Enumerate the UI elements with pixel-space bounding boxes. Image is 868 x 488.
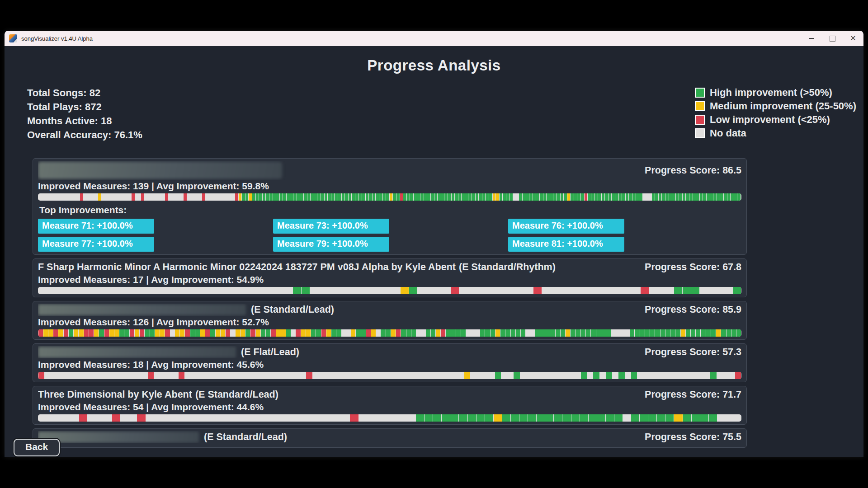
bar-segment-green (706, 329, 711, 337)
maximize-button[interactable] (822, 31, 843, 46)
bar-segment-yellow (155, 329, 160, 337)
bar-segment-gray (269, 372, 275, 379)
bar-segment-gray (185, 372, 191, 379)
bar-segment-gray (657, 287, 665, 294)
bar-segment-green (406, 193, 410, 201)
bar-segment-gray (135, 193, 138, 201)
bar-segment-gray (104, 193, 108, 201)
bar-segment-gray (637, 372, 643, 379)
bar-segment-gray (326, 287, 335, 294)
bar-segment-yellow (436, 329, 441, 337)
bar-segment-gray (170, 414, 178, 422)
bar-segment-green (591, 329, 596, 337)
bar-segment-gray (656, 372, 661, 379)
bar-segment-green (376, 193, 379, 201)
bar-segment-yellow (98, 193, 102, 201)
bar-segment-gray (359, 287, 368, 294)
bar-segment-gray (202, 287, 210, 294)
song-card: (E Flat/Lead) Progress Score: 57.3 Impro… (33, 343, 747, 382)
bar-segment-gray (245, 372, 251, 379)
bar-segment-green (372, 193, 376, 201)
bar-segment-green (336, 329, 341, 337)
minimize-button[interactable] (801, 31, 822, 46)
bar-segment-gray (383, 414, 391, 422)
bar-segment-gray (318, 287, 326, 294)
bar-segment-gray (599, 372, 605, 379)
bar-segment-gray (87, 372, 93, 379)
bar-segment-green (717, 193, 720, 201)
bar-segment-gray (71, 414, 79, 422)
bar-segment-gray (93, 372, 99, 379)
bar-segment-green (417, 193, 420, 201)
page-title: Progress Analysis (5, 57, 863, 74)
bar-segment-gray (69, 372, 75, 379)
bar-segment-green (279, 193, 283, 201)
bar-segment-gray (239, 372, 245, 379)
bar-segment-gray (342, 414, 350, 422)
bar-segment-red (296, 329, 301, 337)
bar-segment-gray (384, 287, 392, 294)
bar-segment-gray (288, 372, 294, 379)
bar-segment-green (737, 193, 741, 201)
bar-segment-green (276, 193, 280, 201)
bar-segment-yellow (160, 329, 165, 337)
bar-segment-yellow (391, 329, 396, 337)
progress-bar (38, 414, 741, 422)
bar-segment-gray (612, 372, 618, 379)
bar-segment-gray (471, 372, 476, 379)
bar-segment-green (297, 193, 300, 201)
bar-segment-gray (692, 372, 698, 379)
bar-segment-gray (562, 372, 568, 379)
bar-segment-green (356, 329, 361, 337)
bar-segment-gray (44, 193, 47, 201)
redacted-song-name (38, 347, 236, 358)
bar-segment-gray (458, 372, 464, 379)
bar-segment-gray (284, 287, 292, 294)
bar-segment-yellow (326, 329, 331, 337)
bar-segment-green (311, 329, 316, 337)
top-improvements-label: Top Improvements: (39, 205, 741, 216)
bar-segment-gray (191, 372, 197, 379)
bar-segment-green (734, 193, 737, 201)
bar-segment-gray (252, 414, 260, 422)
bar-segment-red (131, 193, 135, 201)
bar-segment-gray (550, 372, 556, 379)
legend-item-no-data: No data (695, 127, 856, 140)
bar-segment-green (321, 193, 324, 201)
bar-segment-gray (136, 372, 142, 379)
bar-segment-green (425, 414, 433, 422)
bar-segment-gray (198, 193, 202, 201)
bar-segment-gray (616, 287, 624, 294)
bar-segment-red (321, 329, 326, 337)
bar-segment-green (536, 193, 540, 201)
bar-segment-green (672, 193, 676, 201)
bar-segment-green (485, 329, 490, 337)
back-button[interactable]: Back (14, 439, 60, 456)
bar-segment-gray (166, 372, 172, 379)
progress-analysis-screen: Progress Analysis Total Songs: 82 Total … (5, 57, 863, 457)
stat-value: 18 (101, 115, 112, 127)
bar-segment-gray (434, 287, 442, 294)
bar-segment-gray (203, 372, 209, 379)
bar-segment-gray (186, 287, 194, 294)
close-button[interactable]: ✕ (843, 31, 863, 46)
bar-segment-green (446, 329, 451, 337)
bar-segment-gray (704, 372, 710, 379)
bar-segment-green (145, 329, 150, 337)
bar-segment-gray (156, 193, 159, 201)
bar-segment-gray (75, 372, 80, 379)
bar-segment-gray (717, 372, 722, 379)
bar-segment-green (594, 193, 598, 201)
bar-segment-red (129, 329, 134, 337)
bar-segment-gray (96, 414, 104, 422)
stat-months-active: Months Active: 18 (27, 114, 142, 128)
bar-segment-green (571, 414, 580, 422)
bar-segment-gray (217, 193, 220, 201)
bar-segment-gray (717, 414, 725, 422)
bar-segment-green (710, 193, 713, 201)
bar-segment-green (519, 414, 528, 422)
bar-segment-green (462, 193, 465, 201)
bar-segment-red (366, 329, 371, 337)
bar-segment-gray (319, 372, 325, 379)
bar-segment-gray (162, 414, 170, 422)
